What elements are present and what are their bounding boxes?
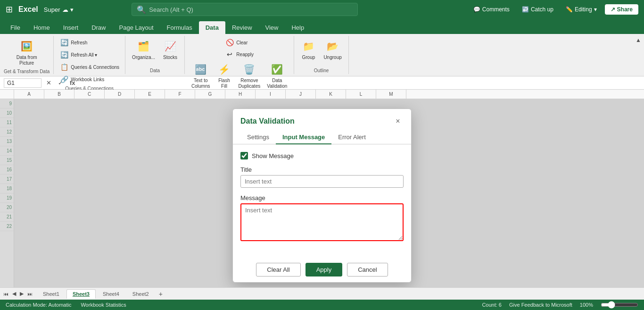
col-header-l[interactable]: L [346, 90, 376, 99]
data-validation-button[interactable]: ✅ DataValidation [264, 60, 290, 91]
dialog-header: Data Validation × [233, 109, 411, 131]
sheet-tab-sheet3[interactable]: Sheet3 [66, 289, 96, 299]
apply-button[interactable]: Apply [305, 263, 343, 276]
feedback-link[interactable]: Give Feedback to Microsoft [509, 302, 572, 308]
sheet-tab-sheet1[interactable]: Sheet1 [37, 289, 66, 299]
calculation-mode: Calculation Mode: Automatic [6, 302, 71, 308]
col-header-f[interactable]: F [165, 90, 195, 99]
col-header-b[interactable]: B [44, 90, 74, 99]
col-header-c[interactable]: C [74, 90, 105, 99]
col-header-a[interactable]: A [14, 90, 44, 99]
ungroup-button[interactable]: 📂 Ungroup [321, 37, 344, 62]
tab-home[interactable]: Home [27, 21, 57, 34]
add-sheet-button[interactable]: + [156, 289, 165, 299]
remove-duplicates-button[interactable]: 🗑️ RemoveDuplicates [236, 60, 264, 91]
clear-button[interactable]: 🚫 Clear [223, 37, 249, 48]
col-header-k[interactable]: K [316, 90, 346, 99]
workbook-stats[interactable]: Workbook Statistics [81, 302, 126, 308]
tab-formulas[interactable]: Formulas [160, 21, 199, 34]
tab-help[interactable]: Help [285, 21, 311, 34]
title-field-group: Title [240, 166, 404, 188]
clear-all-button[interactable]: Clear All [256, 263, 300, 276]
ribbon-expand-icon[interactable]: ▲ [635, 36, 642, 44]
sheet-navigation: ⏮ ◀ ▶ ⏭ [2, 290, 34, 298]
show-message-checkbox[interactable] [240, 152, 248, 159]
workbook-links-button[interactable]: 🔗 Workbook Links [58, 74, 106, 85]
comments-button[interactable]: 💬 Comments [469, 4, 514, 15]
col-header-i[interactable]: I [256, 90, 286, 99]
organize-button[interactable]: 🗂️ Organiza... [129, 37, 158, 62]
refresh-icon: 🔄 [59, 38, 69, 47]
dialog-tab-input-message[interactable]: Input Message [276, 131, 331, 144]
ribbon-group-get-transform: 🖼️ Data fromPicture Get & Transform Data [0, 36, 54, 74]
sheet-tab-sheet2[interactable]: Sheet2 [126, 289, 155, 299]
col-header-g[interactable]: G [195, 90, 225, 99]
status-bar-right: Count: 6 Give Feedback to Microsoft 100% [482, 301, 638, 309]
tab-insert[interactable]: Insert [57, 21, 85, 34]
ungroup-icon: 📂 [325, 39, 340, 54]
dialog-tabs: Settings Input Message Error Alert [233, 131, 411, 144]
message-textarea[interactable] [240, 203, 404, 241]
group-label-outline: Outline [314, 67, 329, 73]
grid-icon[interactable]: ⊞ [6, 4, 13, 15]
tab-review[interactable]: Review [225, 21, 259, 34]
formula-input[interactable] [80, 79, 640, 86]
ribbon-tabs: File Home Insert Draw Page Layout Formul… [0, 19, 644, 34]
col-header-h[interactable]: H [225, 90, 256, 99]
status-bar: Calculation Mode: Automatic Workbook Sta… [0, 300, 644, 310]
dialog-backdrop: Data Validation × Settings Input Message… [0, 99, 644, 287]
col-header-j[interactable]: J [286, 90, 316, 99]
zoom-slider[interactable] [601, 301, 638, 309]
sheet-nav-first[interactable]: ⏮ [2, 290, 10, 298]
show-message-label: Show Message [252, 152, 294, 159]
stocks-button[interactable]: 📈 Stocks [160, 37, 181, 62]
corner-cell[interactable] [0, 90, 14, 99]
sheet-tab-sheet4[interactable]: Sheet4 [97, 289, 125, 299]
tab-file[interactable]: File [4, 21, 27, 34]
spreadsheet-area: 9 10 11 12 13 14 15 16 17 18 19 20 21 22 [0, 99, 644, 287]
stocks-icon: 📈 [163, 39, 178, 54]
share-button[interactable]: ↗ Share [605, 4, 638, 15]
group-icon: 📁 [301, 39, 316, 54]
app-logo: Excel [18, 5, 38, 14]
col-header-d[interactable]: D [105, 90, 135, 99]
search-box[interactable]: 🔍 [132, 3, 358, 16]
sheet-nav-prev[interactable]: ◀ [11, 290, 17, 298]
flash-fill-button[interactable]: ⚡ FlashFill [214, 60, 235, 91]
col-header-e[interactable]: E [135, 90, 165, 99]
search-input[interactable] [149, 6, 353, 13]
cancel-formula-icon[interactable]: ✕ [44, 78, 53, 87]
message-field-group: Message [240, 194, 404, 243]
links-icon: 🔗 [59, 75, 69, 84]
group-button[interactable]: 📁 Group [298, 37, 319, 62]
count-display: Count: 6 [482, 302, 502, 308]
title-bar-actions: 💬 Comments ↩️ Catch up ✏️ Editing ▾ ↗ Sh… [469, 4, 638, 15]
title-input[interactable] [240, 175, 404, 188]
editing-button[interactable]: ✏️ Editing ▾ [561, 4, 601, 15]
sheet-nav-last[interactable]: ⏭ [26, 290, 34, 298]
ribbon-group-queries: 🔄 Refresh 🔄 Refresh All ▾ 📋 Queries & Co… [54, 36, 125, 74]
dialog-tab-error-alert[interactable]: Error Alert [331, 131, 372, 144]
tab-data[interactable]: Data [199, 21, 225, 34]
comments-icon: 💬 [473, 6, 480, 13]
tab-draw[interactable]: Draw [85, 21, 112, 34]
ribbon: 🖼️ Data fromPicture Get & Transform Data… [0, 34, 644, 76]
refresh-button[interactable]: 🔄 Refresh [58, 37, 89, 48]
dialog-footer: Clear All Apply Cancel [233, 257, 411, 282]
validation-icon: ✅ [270, 62, 285, 77]
text-to-columns-button[interactable]: 🔤 Text toColumns [189, 60, 213, 91]
dialog-close-button[interactable]: × [392, 116, 404, 127]
queries-connections-button[interactable]: 📋 Queries & Connections [58, 61, 121, 73]
cancel-button[interactable]: Cancel [347, 263, 388, 276]
tab-page-layout[interactable]: Page Layout [113, 21, 160, 34]
organize-icon: 🗂️ [136, 39, 151, 54]
tab-view[interactable]: View [259, 21, 285, 34]
sheet-nav-next[interactable]: ▶ [18, 290, 25, 298]
refresh-all-button[interactable]: 🔄 Refresh All ▾ [58, 49, 99, 60]
col-header-m[interactable]: M [376, 90, 406, 99]
data-from-picture-button[interactable]: 🖼️ Data fromPicture [14, 37, 40, 68]
reapply-button[interactable]: ↩ Reapply [223, 49, 256, 60]
cell-reference-input[interactable] [4, 78, 41, 88]
catch-up-button[interactable]: ↩️ Catch up [518, 4, 558, 15]
dialog-tab-settings[interactable]: Settings [240, 131, 276, 144]
